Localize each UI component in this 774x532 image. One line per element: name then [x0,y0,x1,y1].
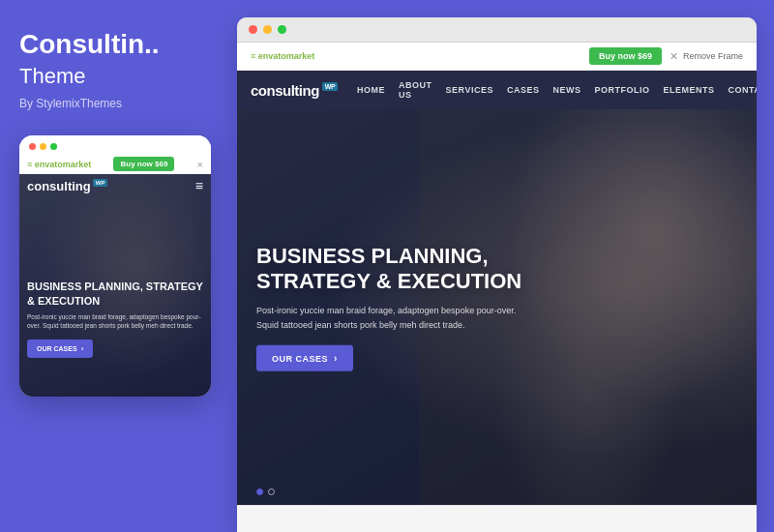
mobile-hero-description: Post-ironic yuccie man braid forage, ada… [27,312,203,330]
nav-home[interactable]: HOME [357,85,385,95]
cta-arrow-icon: › [334,353,338,364]
browser-dot-red[interactable] [249,25,257,34]
browser-dot-yellow[interactable] [263,25,272,34]
hero-slide-indicators [256,488,275,495]
mobile-cta-button[interactable]: OUR CASES › [27,340,93,358]
envato-logo-text: ≡ envatomarket [27,160,91,169]
mobile-hero-title: BUSINESS PLANNING, STRATEGY & EXECUTION [27,280,203,308]
hero-content: BUSINESS PLANNING, STRATEGY & EXECUTION … [256,243,537,371]
close-icon[interactable]: ✕ [670,50,678,63]
mobile-dot-green [50,143,57,150]
mobile-dot-red [29,143,36,150]
mobile-nav: consulting WP ≡ [27,178,203,193]
nav-about[interactable]: ABOUT US [399,80,432,100]
browser-dot-green[interactable] [278,25,286,34]
left-sidebar: Consultin.. Theme By StylemixThemes ≡ en… [0,0,237,532]
site-hero: BUSINESS PLANNING, STRATEGY & EXECUTION … [237,109,757,505]
site-logo-text: consulting [251,82,319,99]
mobile-envato-bar: ≡ envatomarket Buy now $69 × [19,154,211,174]
site-wp-badge: WP [322,82,338,91]
hero-dot-2[interactable] [268,488,275,495]
nav-cases[interactable]: CASES [507,85,540,95]
hero-description: Post-ironic yuccie man braid forage, ada… [256,304,537,332]
desktop-envato-logo: ≡ envatomarket [251,51,314,61]
nav-portfolio[interactable]: PORTFOLIO [594,85,649,95]
site-nav-links: HOME ABOUT US SERVICES CASES NEWS PORTFO… [357,80,757,100]
mobile-dot-yellow [40,143,46,150]
theme-author: By StylemixThemes [19,97,122,110]
mobile-logo: consulting WP [27,179,107,193]
close-label: Remove Frame [683,51,743,61]
nav-elements[interactable]: ELEMENTS [663,85,714,95]
mobile-logo-text: consulting [27,179,91,193]
site-navigation: consulting WP HOME ABOUT US SERVICES CAS… [237,71,757,109]
site-bottom-strip [237,505,757,532]
mobile-browser-chrome [19,135,211,154]
mobile-envato-logo: ≡ envatomarket [27,160,91,169]
theme-title: Consultin.. [19,29,160,60]
theme-subtitle: Theme [19,64,85,89]
nav-contacts[interactable]: CONTACTS [729,85,758,95]
browser-chrome [237,17,757,43]
hero-dot-1[interactable] [256,488,263,495]
site-logo: consulting WP [251,82,338,99]
mobile-mockup: ≡ envatomarket Buy now $69 × consulting … [19,135,211,397]
nav-news[interactable]: NEWS [552,85,580,95]
mobile-buy-button[interactable]: Buy now $69 [113,157,174,171]
browser-content: ≡ envatomarket Buy now $69 ✕ Remove Fram… [237,43,757,532]
site-cta-button[interactable]: OUR CASES › [256,345,353,371]
mobile-wp-badge: WP [93,179,108,187]
cta-arrow-icon: › [81,344,84,353]
desktop-buy-button[interactable]: Buy now $69 [589,47,662,65]
mobile-hero: consulting WP ≡ BUSINESS PLANNING, STRAT… [19,174,211,397]
desktop-envato-bar: ≡ envatomarket Buy now $69 ✕ Remove Fram… [237,43,757,71]
envato-market-text: ≡ envatomarket [251,51,314,61]
desktop-close-bar[interactable]: ✕ Remove Frame [670,50,743,63]
mobile-close-button[interactable]: × [197,159,203,170]
nav-services[interactable]: SERVICES [446,85,493,95]
mobile-window-dots [29,143,57,150]
hero-title: BUSINESS PLANNING, STRATEGY & EXECUTION [256,243,537,294]
mobile-hero-content: BUSINESS PLANNING, STRATEGY & EXECUTION … [27,280,203,358]
mobile-hamburger-icon[interactable]: ≡ [195,178,203,193]
desktop-browser-mockup: ≡ envatomarket Buy now $69 ✕ Remove Fram… [237,17,757,532]
